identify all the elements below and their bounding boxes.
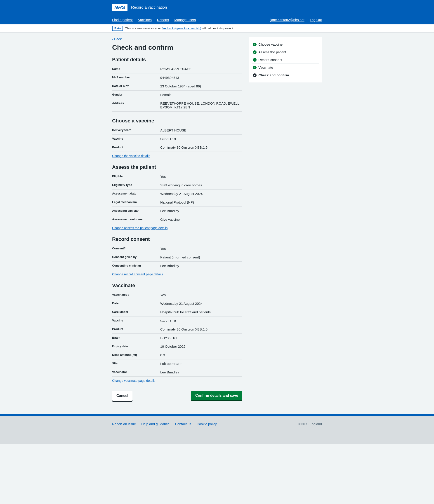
- summary-value: National Protocol (NP): [160, 200, 242, 204]
- summary-value: Give vaccine: [160, 217, 242, 221]
- summary-key: Eligibility type: [112, 183, 160, 187]
- summary-row: SiteLeft upper arm: [112, 360, 242, 368]
- change-vaccinate-link[interactable]: Change vaccinate page details: [112, 379, 155, 382]
- summary-value: 19 October 2026: [160, 344, 242, 348]
- nav-vaccines[interactable]: Vaccines: [138, 18, 152, 22]
- summary-row: Date of birth23 October 1934 (aged 89): [112, 82, 242, 90]
- summary-value: Wednesday 21 August 2024: [160, 302, 242, 306]
- summary-key: Consenting clinician: [112, 264, 160, 268]
- summary-value: Patient (informed consent): [160, 255, 242, 259]
- progress-label: Vaccinate: [258, 65, 273, 69]
- nav-user-email[interactable]: jane.carlton2@nhs.net: [270, 18, 304, 22]
- summary-row: GenderFemale: [112, 90, 242, 99]
- summary-value: 23 October 1934 (aged 89): [160, 84, 242, 88]
- summary-row: Eligibility typeStaff working in care ho…: [112, 181, 242, 189]
- summary-key: Legal mechanism: [112, 200, 160, 204]
- summary-key: Expiry date: [112, 344, 160, 348]
- progress-label: Record consent: [258, 58, 282, 62]
- section-vaccine-title: Choose a vaccine: [112, 118, 242, 124]
- phase-prefix: This is a new service - your: [125, 27, 162, 30]
- phase-suffix: will help us to improve it.: [201, 27, 234, 30]
- tick-icon: ✓: [253, 50, 257, 54]
- nav-right: jane.carlton2@nhs.net Log Out: [270, 18, 322, 22]
- progress-label: Assess the patient: [258, 50, 286, 54]
- summary-value: Wednesday 21 August 2024: [160, 192, 242, 196]
- summary-value: Female: [160, 93, 242, 97]
- change-assess-link[interactable]: Change assess the patient page details: [112, 226, 167, 230]
- summary-row: Dose amount (ml)0.3: [112, 351, 242, 360]
- footer-report-issue[interactable]: Report an issue: [112, 422, 136, 426]
- summary-row: ProductComirnaty 30 Omicron XBB.1.5: [112, 143, 242, 152]
- confirm-button[interactable]: Confirm details and save: [191, 391, 242, 400]
- footer-contact[interactable]: Contact us: [175, 422, 191, 426]
- summary-row: Care ModelHospital hub for staff and pat…: [112, 308, 242, 316]
- service-name: Record a vaccination: [131, 5, 167, 10]
- summary-value: Lee Brindley: [160, 209, 242, 213]
- nav-find-patient[interactable]: Find a patient: [112, 18, 133, 22]
- summary-value: Staff working in care homes: [160, 183, 242, 187]
- summary-key: Dose amount (ml): [112, 353, 160, 357]
- assess-summary: EligibleYesEligibility typeStaff working…: [112, 172, 242, 224]
- change-vaccine-link[interactable]: Change the vaccine details: [112, 154, 150, 158]
- summary-value: Lee Brindley: [160, 264, 242, 268]
- summary-key: NHS number: [112, 76, 160, 80]
- vaccine-summary: Delivery teamALBERT HOUSEVaccineCOVID-19…: [112, 126, 242, 152]
- footer: Report an issue Help and guidance Contac…: [0, 416, 434, 444]
- section-consent-title: Record consent: [112, 236, 242, 242]
- summary-key: Delivery team: [112, 128, 160, 132]
- arrow-right-icon: ▸: [253, 73, 257, 77]
- summary-key: Eligible: [112, 175, 160, 179]
- summary-value: 9449304513: [160, 76, 242, 80]
- progress-card: ✓Choose vaccine✓Assess the patient✓Recor…: [249, 37, 322, 82]
- summary-key: Assessing clinician: [112, 209, 160, 213]
- summary-value: ROMY APPLEGATE: [160, 67, 242, 71]
- summary-key: Date: [112, 302, 160, 306]
- summary-row: VaccineCOVID-19: [112, 135, 242, 143]
- summary-key: Vaccine: [112, 319, 160, 323]
- summary-row: Assessing clinicianLee Brindley: [112, 207, 242, 215]
- summary-row: Consenting clinicianLee Brindley: [112, 261, 242, 270]
- summary-value: Yes: [160, 247, 242, 251]
- summary-row: VaccinatorLee Brindley: [112, 368, 242, 377]
- summary-key: Consent?: [112, 247, 160, 251]
- summary-row: Assessment dateWednesday 21 August 2024: [112, 189, 242, 198]
- nhs-logo: NHS: [112, 4, 128, 11]
- summary-row: Consent given byPatient (informed consen…: [112, 253, 242, 261]
- summary-row: VaccineCOVID-19: [112, 316, 242, 325]
- summary-row: DateWednesday 21 August 2024: [112, 299, 242, 308]
- progress-step: ✓Record consent: [252, 56, 319, 64]
- summary-row: AddressREEVETHORPE HOUSE, LONDON ROAD, E…: [112, 99, 242, 112]
- feedback-link[interactable]: feedback (opens in a new tab): [162, 27, 201, 30]
- footer-links: Report an issue Help and guidance Contac…: [112, 422, 217, 426]
- change-consent-link[interactable]: Change record consent page details: [112, 272, 163, 276]
- back-link[interactable]: ‹ Back: [112, 37, 122, 41]
- back-label: Back: [114, 37, 122, 41]
- summary-key: Vaccine: [112, 137, 160, 141]
- progress-label: Check and confirm: [258, 73, 289, 77]
- section-vaccinate-title: Vaccinate: [112, 283, 242, 288]
- phase-tag: Beta: [112, 26, 123, 31]
- summary-key: Name: [112, 67, 160, 71]
- summary-key: Assessment outcome: [112, 217, 160, 221]
- phase-text: This is a new service - your feedback (o…: [125, 27, 234, 30]
- summary-key: Site: [112, 362, 160, 366]
- summary-value: ALBERT HOUSE: [160, 128, 242, 132]
- footer-cookie[interactable]: Cookie policy: [197, 422, 217, 426]
- footer-help[interactable]: Help and guidance: [141, 422, 169, 426]
- summary-key: Consent given by: [112, 255, 160, 259]
- progress-step: ▸Check and confirm: [252, 71, 319, 79]
- section-patient-title: Patient details: [112, 57, 242, 63]
- summary-row: NHS number9449304513: [112, 73, 242, 82]
- patient-summary: NameROMY APPLEGATENHS number9449304513Da…: [112, 65, 242, 112]
- nav-logout[interactable]: Log Out: [310, 18, 322, 22]
- nav-reports[interactable]: Reports: [157, 18, 169, 22]
- nav-manage-users[interactable]: Manage users: [174, 18, 196, 22]
- primary-nav: Find a patient Vaccines Reports Manage u…: [0, 15, 434, 24]
- summary-value: Left upper arm: [160, 362, 242, 366]
- cancel-button[interactable]: Cancel: [112, 391, 132, 401]
- summary-row: Vaccinated?Yes: [112, 291, 242, 299]
- summary-value: Comirnaty 30 Omicron XBB.1.5: [160, 145, 242, 149]
- app-header: NHS Record a vaccination Find a patient …: [0, 0, 434, 24]
- summary-value: Hospital hub for staff and patients: [160, 310, 242, 314]
- summary-value: COVID-19: [160, 137, 242, 141]
